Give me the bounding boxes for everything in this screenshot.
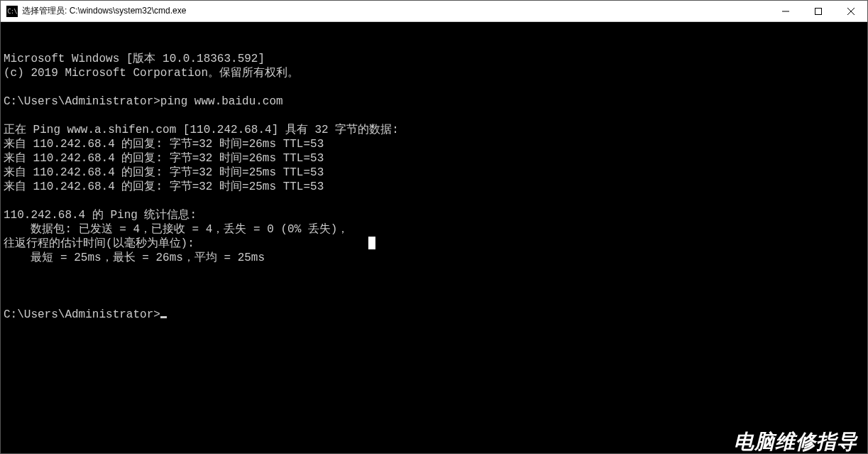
watermark-text: 电脑维修指导 (734, 435, 857, 449)
minimize-icon (782, 8, 789, 15)
terminal-line: (c) 2019 Microsoft Corporation。保留所有权利。 (4, 66, 864, 80)
prompt-text: C:\Users\Administrator> (4, 308, 160, 321)
svg-rect-1 (815, 8, 822, 14)
prompt-line: C:\Users\Administrator> (4, 308, 864, 322)
close-icon (847, 8, 855, 15)
terminal-line (4, 265, 864, 279)
terminal-line: 来自 110.242.68.4 的回复: 字节=32 时间=25ms TTL=5… (4, 166, 864, 180)
minimize-button[interactable] (769, 1, 802, 21)
close-button[interactable] (835, 1, 867, 21)
terminal-line (4, 194, 864, 208)
terminal-line: 最短 = 25ms，最长 = 26ms，平均 = 25ms (4, 251, 864, 265)
terminal-line (4, 80, 864, 94)
app-icon: C:\ (6, 6, 18, 17)
cursor (160, 316, 167, 318)
terminal-line: 数据包: 已发送 = 4，已接收 = 4，丢失 = 0 (0% 丢失)， (4, 222, 864, 237)
terminal-line: C:\Users\Administrator>ping www.baidu.co… (4, 94, 864, 109)
terminal-line (4, 109, 864, 123)
maximize-button[interactable] (802, 1, 835, 21)
terminal-line: Microsoft Windows [版本 10.0.18363.592] (4, 52, 864, 66)
terminal-line: 来自 110.242.68.4 的回复: 字节=32 时间=26ms TTL=5… (4, 137, 864, 151)
maximize-icon (815, 8, 822, 15)
selection-cursor (368, 237, 375, 249)
terminal-line: 往返行程的估计时间(以毫秒为单位): (4, 237, 864, 251)
terminal-output[interactable]: Microsoft Windows [版本 10.0.18363.592](c)… (1, 22, 867, 453)
titlebar[interactable]: C:\ 选择管理员: C:\windows\system32\cmd.exe (1, 1, 867, 22)
window-controls (769, 1, 867, 21)
window-title: 选择管理员: C:\windows\system32\cmd.exe (22, 5, 769, 17)
terminal-line: 来自 110.242.68.4 的回复: 字节=32 时间=25ms TTL=5… (4, 180, 864, 194)
terminal-line: 正在 Ping www.a.shifen.com [110.242.68.4] … (4, 123, 864, 137)
cmd-window: C:\ 选择管理员: C:\windows\system32\cmd.exe M… (0, 0, 868, 454)
terminal-line: 110.242.68.4 的 Ping 统计信息: (4, 208, 864, 222)
terminal-line: 来自 110.242.68.4 的回复: 字节=32 时间=26ms TTL=5… (4, 151, 864, 166)
